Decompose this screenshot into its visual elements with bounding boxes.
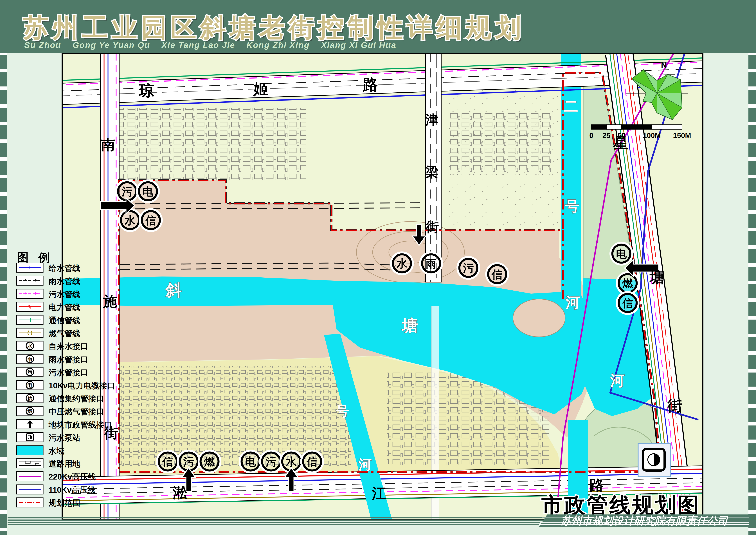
svg-text:污: 污 [183,456,194,468]
compass-north-label: N [661,61,667,70]
svg-text:电: 电 [27,382,33,388]
svg-text:信: 信 [162,456,173,468]
svg-text:琼: 琼 [139,82,154,99]
marker-circle: 信 [487,264,507,284]
svg-text:号: 号 [336,404,349,419]
svg-text:津: 津 [425,113,439,127]
pump-station [638,443,670,477]
svg-text:污: 污 [27,369,32,375]
svg-text:25: 25 [603,131,610,139]
svg-text:信: 信 [491,268,502,280]
svg-text:污水管线: 污水管线 [48,290,80,299]
marker-circle: 雨 [421,253,441,273]
svg-text:雨: 雨 [27,356,32,362]
svg-text:河: 河 [610,373,625,388]
svg-text:雨: 雨 [425,258,437,270]
svg-text:水: 水 [27,343,32,349]
page-title-pinyin: Su Zhou Gong Ye Yuan Qu Xie Tang Lao Jie… [24,40,396,50]
svg-text:污: 污 [463,262,474,274]
svg-text:自来水接口: 自来水接口 [49,342,88,351]
river-island [513,299,565,337]
svg-text:街: 街 [425,220,439,234]
marker-circle: 燃 [618,273,638,293]
svg-text:燃: 燃 [622,277,633,290]
svg-text:二: 二 [564,99,578,114]
svg-text:10Kv电力电缆接口: 10Kv电力电缆接口 [49,381,115,390]
svg-text:雨水管接口: 雨水管接口 [48,355,88,364]
svg-text:信: 信 [306,456,317,468]
svg-text:淞: 淞 [173,485,187,501]
left-film-strip [0,53,7,535]
svg-text:给水管线: 给水管线 [48,264,80,272]
svg-text:梁: 梁 [425,165,439,179]
svg-text:街: 街 [667,397,682,414]
svg-text:电: 电 [143,185,153,198]
svg-text:污: 污 [265,456,277,468]
marker-circle: 燃 [200,451,220,472]
svg-text:110Kv高压线: 110Kv高压线 [49,486,95,494]
title-band: 苏州工业园区斜塘老街控制性详细规划 苏州工业园区斜塘老街控制性详细规划 Su Z… [0,0,756,53]
page-title: 苏州工业园区斜塘老街控制性详细规划 [23,13,525,42]
svg-text:南: 南 [101,137,115,153]
svg-text:河: 河 [358,457,372,472]
svg-text:塘: 塘 [649,269,664,286]
marker-circle: 信 [158,451,178,472]
svg-text:污水管接口: 污水管接口 [48,368,88,377]
marker-circle: 电 [138,181,158,201]
legend-title: 图 例 [17,251,53,264]
svg-text:燃: 燃 [27,408,33,414]
svg-text:150M: 150M [673,131,691,139]
svg-text:通信管线: 通信管线 [49,316,80,325]
marker-circle: 水 [392,253,412,273]
marker-circle: 水 [120,210,140,230]
svg-text:雨水管线: 雨水管线 [48,277,80,286]
svg-text:江: 江 [371,485,386,501]
svg-text:信: 信 [145,214,156,226]
svg-text:0: 0 [589,131,593,139]
marker-circle: 电 [611,243,632,264]
svg-text:地块市政管线接口: 地块市政管线接口 [48,420,112,429]
svg-text:水: 水 [285,456,297,468]
svg-text:信: 信 [27,395,32,401]
svg-text:电: 电 [245,456,256,468]
svg-text:中压燃气管接口: 中压燃气管接口 [49,407,104,416]
svg-text:路: 路 [589,477,604,493]
marker-circle: 信 [141,210,161,230]
right-film-strip [748,53,756,535]
svg-text:220Kv高压线: 220Kv高压线 [49,472,96,481]
planning-map-sheet: 苏州工业园区斜塘老街控制性详细规划 苏州工业园区斜塘老街控制性详细规划 Su Z… [0,0,756,535]
svg-text:号: 号 [565,198,579,214]
svg-text:通信集约管接口: 通信集约管接口 [49,394,104,403]
svg-text:50: 50 [618,131,626,139]
svg-text:姬: 姬 [253,80,269,97]
residential-north [112,108,306,181]
residential-northeast [450,112,551,175]
sheet-title: 市政管线规划图 [541,493,700,517]
road-nanshi[interactable] [100,53,119,520]
svg-text:道路用地: 道路用地 [49,459,80,468]
svg-text:规划范围: 规划范围 [48,498,80,507]
svg-text:燃: 燃 [204,456,215,468]
svg-text:电力管线: 电力管线 [49,303,80,312]
svg-text:信: 信 [622,297,633,309]
company-name: 苏州市规划设计研究院有限责任公司 [561,515,728,526]
svg-text:水: 水 [124,214,136,226]
svg-text:路: 路 [363,76,378,93]
svg-text:斜: 斜 [165,281,182,299]
svg-text:电: 电 [616,248,627,260]
svg-text:污水泵站: 污水泵站 [48,433,80,442]
svg-text:100M: 100M [643,131,661,139]
svg-text:水域: 水域 [48,446,65,455]
svg-text:燃气管线: 燃气管线 [48,329,80,338]
marker-circle: 电 [240,451,261,472]
marker-circle: 污 [458,258,478,278]
pump-station-symbol [26,434,34,441]
svg-text:污: 污 [122,185,132,198]
marker-circle: 信 [302,451,322,472]
svg-text:施: 施 [103,294,117,309]
marker-circle: 污 [261,451,281,472]
marker-circle: 信 [618,293,638,313]
svg-text:河: 河 [565,294,580,310]
svg-text:水: 水 [396,258,408,270]
svg-text:塘: 塘 [402,317,418,334]
